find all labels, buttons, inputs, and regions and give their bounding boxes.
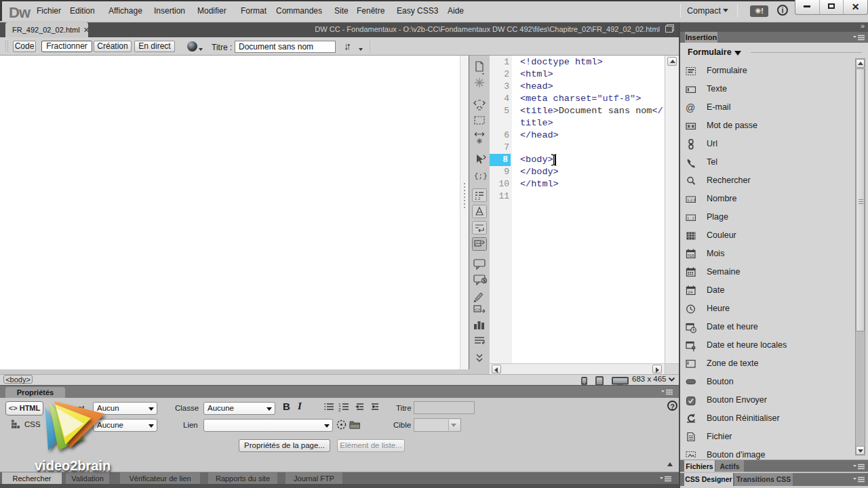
svg-text:2: 2 xyxy=(338,407,341,412)
svg-text:24: 24 xyxy=(688,290,693,294)
svg-text:FEB: FEB xyxy=(688,253,694,258)
svg-text:1 2: 1 2 xyxy=(475,197,481,201)
svg-text:@: @ xyxy=(686,102,695,113)
svg-text:1...2: 1...2 xyxy=(687,216,694,220)
svg-text:1,2,3: 1,2,3 xyxy=(687,198,695,202)
svg-text:{;}: {;} xyxy=(474,172,488,180)
svg-text:<>: <> xyxy=(475,307,480,312)
